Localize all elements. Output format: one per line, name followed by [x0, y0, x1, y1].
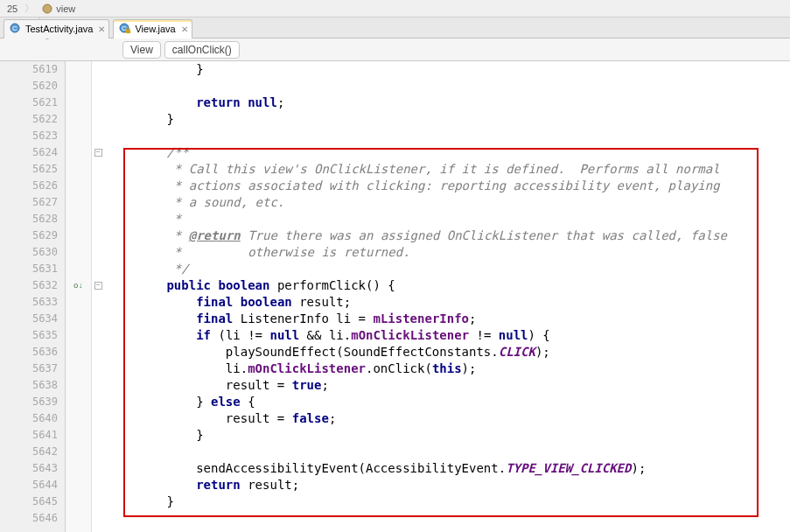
code-line[interactable]: [104, 510, 790, 527]
tab-view-java[interactable]: CView.java✕: [113, 19, 192, 38]
close-icon[interactable]: ✕: [98, 24, 105, 34]
class-icon: C: [10, 23, 22, 35]
nav-class-dropdown[interactable]: View: [122, 41, 161, 59]
override-icon[interactable]: o↓: [73, 282, 83, 290]
fold-cell: [92, 78, 104, 94]
code-line[interactable]: sendAccessibilityEvent(AccessibilityEven…: [104, 460, 790, 477]
fold-cell: −: [92, 277, 104, 294]
code-line[interactable]: * Call this view's OnClickListener, if i…: [104, 161, 790, 178]
nav-method-dropdown[interactable]: callOnClick(): [164, 41, 240, 59]
line-number: 5626: [0, 178, 65, 194]
line-number: 5622: [0, 111, 65, 128]
code-line[interactable]: final ListenerInfo li = mListenerInfo;: [104, 311, 790, 327]
fold-toggle-icon[interactable]: −: [94, 282, 102, 290]
gutter-marker-cell: [66, 211, 91, 228]
gutter-marker-cell: [66, 161, 91, 178]
code-line[interactable]: [104, 78, 790, 94]
line-number: 5640: [0, 410, 65, 427]
fold-column: −−: [92, 61, 104, 532]
code-line[interactable]: [104, 128, 790, 144]
line-number: 5644: [0, 477, 65, 494]
gutter-marker-cell: [66, 494, 91, 510]
code-line[interactable]: [104, 444, 790, 460]
gutter-marker-cell: [66, 178, 91, 194]
class-locked-icon: C: [119, 23, 131, 35]
fold-toggle-icon[interactable]: −: [94, 149, 102, 157]
code-line[interactable]: final boolean result;: [104, 294, 790, 311]
code-line[interactable]: }: [104, 61, 790, 78]
line-number: 5623: [0, 128, 65, 144]
line-number: 5619: [0, 61, 65, 78]
marker-column: o↓: [66, 61, 92, 532]
code-line[interactable]: result = false;: [104, 410, 790, 427]
fold-cell: [92, 128, 104, 144]
fold-cell: [92, 294, 104, 311]
code-line[interactable]: result = true;: [104, 377, 790, 394]
editor-tabs: CTestActivity.java✕CView.java✕: [0, 18, 790, 38]
fold-cell: [92, 244, 104, 261]
gutter-marker-cell: [66, 111, 91, 128]
code-line[interactable]: return null;: [104, 94, 790, 111]
line-number: 5643: [0, 460, 65, 477]
fold-cell: [92, 311, 104, 327]
code-content[interactable]: } return null; } /** * Call this view's …: [104, 61, 790, 532]
gutter-marker-cell: [66, 327, 91, 344]
fold-cell: [92, 344, 104, 360]
code-line[interactable]: }: [104, 111, 790, 128]
code-line[interactable]: *: [104, 211, 790, 228]
line-number: 5632: [0, 277, 65, 294]
line-number: 5642: [0, 444, 65, 460]
tab-testactivity-java[interactable]: CTestActivity.java✕: [3, 19, 109, 38]
fold-cell: −: [92, 144, 104, 161]
code-line[interactable]: public boolean performClick() {: [104, 277, 790, 294]
code-line[interactable]: * otherwise is returned.: [104, 244, 790, 261]
fold-cell: [92, 228, 104, 244]
line-number: 5631: [0, 261, 65, 277]
line-number: 5636: [0, 344, 65, 360]
fold-cell: [92, 61, 104, 78]
svg-point-1: [43, 4, 52, 13]
fold-cell: [92, 94, 104, 111]
gutter-marker-cell: [66, 344, 91, 360]
code-line[interactable]: */: [104, 261, 790, 277]
gutter-marker-cell: [66, 78, 91, 94]
code-line[interactable]: /**: [104, 144, 790, 161]
fold-cell: [92, 178, 104, 194]
gutter-marker-cell: [66, 128, 91, 144]
close-icon[interactable]: ✕: [181, 24, 188, 34]
gutter-marker-cell: [66, 244, 91, 261]
svg-text:C: C: [12, 24, 17, 32]
gutter-marker-cell: [66, 410, 91, 427]
code-line[interactable]: }: [104, 427, 790, 444]
code-line[interactable]: }: [104, 494, 790, 510]
gutter-marker-cell: [66, 510, 91, 527]
code-line[interactable]: * @return True there was an assigned OnC…: [104, 228, 790, 244]
gutter-marker-cell: [66, 194, 91, 211]
fold-cell: [92, 327, 104, 344]
code-line[interactable]: if (li != null && li.mOnClickListener !=…: [104, 327, 790, 344]
line-number: 5637: [0, 360, 65, 377]
code-line[interactable]: * actions associated with clicking: repo…: [104, 178, 790, 194]
code-line[interactable]: return result;: [104, 477, 790, 494]
breadcrumb-item-view[interactable]: view: [36, 3, 94, 15]
gutter-marker-cell: [66, 460, 91, 477]
code-line[interactable]: li.mOnClickListener.onClick(this);: [104, 360, 790, 377]
fold-cell: [92, 477, 104, 494]
editor-area[interactable]: 5619562056215622562356245625562656275628…: [0, 61, 790, 532]
line-number: 5620: [0, 78, 65, 94]
line-number-gutter: 5619562056215622562356245625562656275628…: [0, 61, 66, 532]
chevron-right-icon: 〉: [36, 0, 49, 1]
gutter-marker-cell: o↓: [66, 277, 91, 294]
gutter-marker-cell: [66, 144, 91, 161]
svg-rect-8: [126, 30, 130, 33]
fold-cell: [92, 194, 104, 211]
line-number: 5621: [0, 94, 65, 111]
gutter-marker-cell: [66, 61, 91, 78]
gutter-marker-cell: [66, 444, 91, 460]
breadcrumb-label: view: [56, 4, 75, 14]
fold-cell: [92, 427, 104, 444]
package-icon: [41, 3, 53, 15]
code-line[interactable]: * a sound, etc.: [104, 194, 790, 211]
code-line[interactable]: playSoundEffect(SoundEffectConstants.CLI…: [104, 344, 790, 360]
code-line[interactable]: } else {: [104, 394, 790, 410]
